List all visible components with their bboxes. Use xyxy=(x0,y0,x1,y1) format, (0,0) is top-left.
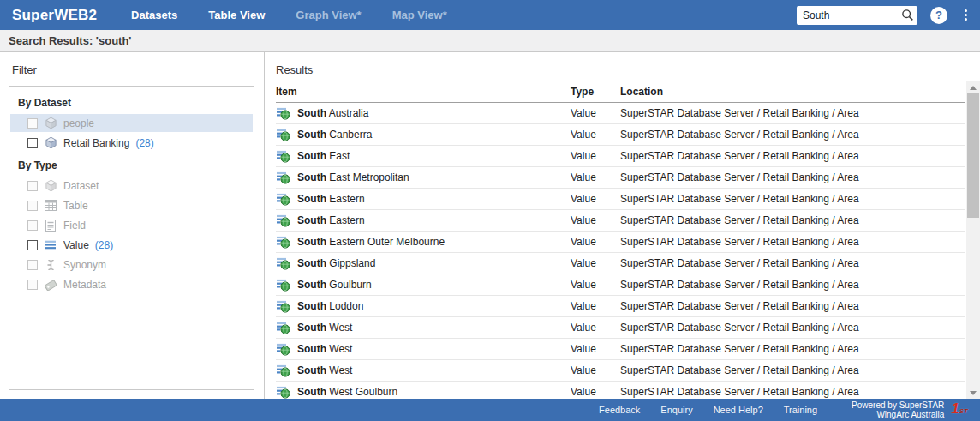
footer-bar: FeedbackEnquiryNeed Help?Training Powere… xyxy=(0,399,980,421)
result-row[interactable]: South Gippsland Value SuperSTAR Database… xyxy=(276,253,965,274)
scrollbar-thumb[interactable] xyxy=(967,93,979,218)
result-item-name: South Eastern xyxy=(297,193,365,205)
filter-panel: Filter By Dataset people Retail Banking … xyxy=(0,52,265,399)
result-row[interactable]: South West Value SuperSTAR Database Serv… xyxy=(276,339,965,360)
result-type: Value xyxy=(571,343,620,355)
result-type: Value xyxy=(571,171,620,183)
results-table-header: Item Type Location xyxy=(276,86,965,103)
filter-item-value[interactable]: Value (28) xyxy=(10,236,253,254)
result-type: Value xyxy=(571,214,620,226)
result-item-name: South Eastern Outer Melbourne xyxy=(297,236,445,248)
overflow-menu-icon[interactable] xyxy=(962,7,970,23)
results-rows: South Australia Value SuperSTAR Database… xyxy=(276,103,965,399)
result-type: Value xyxy=(571,129,620,141)
result-location: SuperSTAR Database Server / Retail Banki… xyxy=(620,343,965,355)
result-type: Value xyxy=(571,236,620,248)
field-icon xyxy=(44,219,57,232)
filter-item-metadata: Metadata xyxy=(10,275,253,293)
value-globe-icon xyxy=(277,300,290,313)
result-item-name: South West Goulburn xyxy=(297,386,397,398)
search-input[interactable] xyxy=(797,9,897,21)
search-icon[interactable] xyxy=(897,6,917,25)
footer-link-need-help[interactable]: Need Help? xyxy=(714,405,763,415)
dataset-cube-icon xyxy=(44,117,57,130)
footer-link-enquiry[interactable]: Enquiry xyxy=(660,405,692,415)
nav-item-table-view[interactable]: Table View xyxy=(193,0,280,30)
result-row[interactable]: South Eastern Value SuperSTAR Database S… xyxy=(276,210,965,232)
filter-item-label: Dataset xyxy=(63,180,99,192)
result-row[interactable]: South East Value SuperSTAR Database Serv… xyxy=(276,146,965,167)
results-heading: Results xyxy=(276,52,980,86)
result-item-name: South East xyxy=(297,150,350,162)
metadata-tag-icon xyxy=(44,278,57,292)
result-location: SuperSTAR Database Server / Retail Banki… xyxy=(620,279,965,291)
result-location: SuperSTAR Database Server / Retail Banki… xyxy=(620,236,965,248)
checkbox[interactable] xyxy=(27,138,38,148)
filter-item-retail-banking[interactable]: Retail Banking (28) xyxy=(10,134,253,152)
checkbox xyxy=(27,181,38,191)
column-header-type: Type xyxy=(571,86,620,98)
app-brand: SuperWEB2 xyxy=(0,7,97,24)
value-globe-icon xyxy=(277,150,290,163)
help-icon[interactable]: ? xyxy=(930,7,947,24)
result-item-name: South Australia xyxy=(297,107,368,119)
result-row[interactable]: South East Metropolitan Value SuperSTAR … xyxy=(276,167,965,189)
result-item-name: South Gippsland xyxy=(297,257,375,269)
checkbox xyxy=(27,220,38,231)
result-row[interactable]: South West Value SuperSTAR Database Serv… xyxy=(276,360,965,382)
checkbox[interactable] xyxy=(27,240,38,250)
result-type: Value xyxy=(571,386,620,398)
synonym-icon xyxy=(44,258,57,272)
results-table: Item Type Location South Australia Value… xyxy=(276,86,965,399)
result-row[interactable]: South Loddon Value SuperSTAR Database Se… xyxy=(276,296,965,317)
result-row[interactable]: South Australia Value SuperSTAR Database… xyxy=(276,103,965,124)
vertical-scrollbar[interactable] xyxy=(966,81,980,399)
column-header-item: Item xyxy=(276,86,571,98)
value-globe-icon xyxy=(277,386,290,399)
main-nav: DatasetsTable ViewGraph View*Map View* xyxy=(116,0,463,30)
footer-link-feedback[interactable]: Feedback xyxy=(599,405,640,415)
filter-item-count: (28) xyxy=(135,137,153,149)
value-globe-icon xyxy=(277,364,290,377)
result-location: SuperSTAR Database Server / Retail Banki… xyxy=(620,171,965,183)
filter-item-label: people xyxy=(63,117,94,129)
scroll-down-icon[interactable] xyxy=(966,387,980,399)
value-globe-icon xyxy=(277,279,290,292)
result-row[interactable]: South West Goulburn Value SuperSTAR Data… xyxy=(276,382,965,399)
value-globe-icon xyxy=(277,214,290,227)
result-location: SuperSTAR Database Server / Retail Banki… xyxy=(620,150,965,162)
nav-item-map-view: Map View* xyxy=(377,0,463,30)
filter-item-dataset: Dataset xyxy=(10,177,253,195)
result-location: SuperSTAR Database Server / Retail Banki… xyxy=(620,257,965,269)
result-type: Value xyxy=(571,364,620,376)
filter-item-table: Table xyxy=(10,196,253,214)
value-globe-icon xyxy=(277,193,290,206)
filter-item-field: Field xyxy=(10,216,253,234)
value-globe-icon xyxy=(277,171,290,184)
result-location: SuperSTAR Database Server / Retail Banki… xyxy=(620,386,965,398)
result-type: Value xyxy=(571,107,620,119)
value-icon xyxy=(44,238,57,252)
result-location: SuperSTAR Database Server / Retail Banki… xyxy=(620,300,965,312)
value-globe-icon xyxy=(277,322,290,334)
result-type: Value xyxy=(571,257,620,269)
result-row[interactable]: South Goulburn Value SuperSTAR Database … xyxy=(276,274,965,296)
filter-item-label: Value xyxy=(63,239,89,251)
result-row[interactable]: South Eastern Outer Melbourne Value Supe… xyxy=(276,232,965,253)
result-row[interactable]: South Eastern Value SuperSTAR Database S… xyxy=(276,189,965,210)
nav-item-datasets[interactable]: Datasets xyxy=(116,0,193,30)
filter-box: By Dataset people Retail Banking (28) By… xyxy=(9,86,254,390)
checkbox xyxy=(27,280,38,290)
value-globe-icon xyxy=(277,107,290,120)
scroll-up-icon[interactable] xyxy=(966,81,980,93)
filter-item-label: Table xyxy=(63,200,88,212)
top-navbar: SuperWEB2 DatasetsTable ViewGraph View*M… xyxy=(0,0,980,30)
result-location: SuperSTAR Database Server / Retail Banki… xyxy=(620,214,965,226)
filter-item-count: (28) xyxy=(95,239,113,251)
footer-link-training[interactable]: Training xyxy=(784,405,817,415)
result-type: Value xyxy=(571,322,620,334)
result-row[interactable]: South West Value SuperSTAR Database Serv… xyxy=(276,317,965,339)
filter-heading: Filter xyxy=(0,52,264,76)
checkbox xyxy=(27,260,38,270)
result-row[interactable]: South Canberra Value SuperSTAR Database … xyxy=(276,124,965,146)
